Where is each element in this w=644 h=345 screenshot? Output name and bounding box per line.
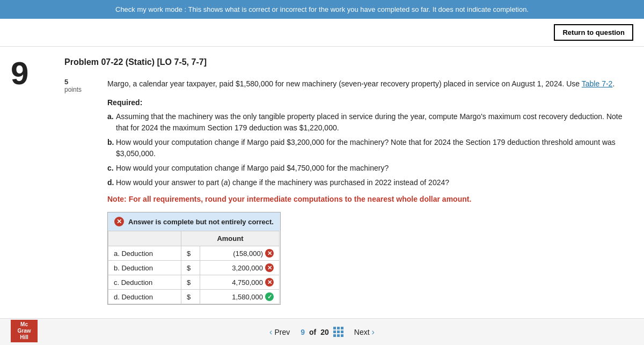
answer-table: Amount a. Deduction$(158,000)✕b. Deducti… [108, 231, 280, 304]
table-row: b. Deduction$3,200,000✕ [108, 261, 280, 275]
points-label: points [64, 86, 107, 93]
note-text: Note: For all requirements, round your i… [107, 195, 633, 203]
requirement-b: b. How would your computation change if … [107, 137, 633, 159]
req-c-text: How would your computation change if Mar… [116, 164, 389, 172]
row-dollar: $ [181, 246, 200, 261]
answer-status-icon: ✕ [114, 217, 124, 226]
row-amount: 3,200,000✕ [200, 261, 279, 275]
logo-line2: Graw [17, 328, 31, 334]
table-row: a. Deduction$(158,000)✕ [108, 246, 280, 261]
main-content: 9 Problem 07-22 (Static) [LO 7-5, 7-7] 5… [0, 47, 644, 324]
requirements-list: a. Assuming that the machinery was the o… [107, 111, 633, 188]
required-label: Required: [107, 98, 633, 107]
question-number-column: 9 [11, 47, 54, 324]
problem-content: Problem 07-22 (Static) [LO 7-5, 7-7] 5 p… [54, 47, 633, 324]
answer-header: ✕ Answer is complete but not entirely co… [108, 212, 280, 231]
next-button[interactable]: Next › [354, 327, 375, 337]
banner-text: Check my work mode : This shows what is … [115, 5, 529, 13]
row-amount: 1,580,000✓ [200, 290, 279, 304]
next-label: Next [354, 328, 370, 336]
answer-box: ✕ Answer is complete but not entirely co… [107, 212, 281, 305]
table-row: d. Deduction$1,580,000✓ [108, 290, 280, 304]
row-amount: 4,750,000✕ [200, 275, 279, 290]
row-amount: (158,000)✕ [200, 246, 279, 261]
logo-line1: Mc [20, 321, 28, 328]
mcgraw-hill-logo: Mc Graw Hill [11, 320, 38, 342]
grid-dot [337, 334, 340, 337]
top-banner: Check my work mode : This shows what is … [0, 0, 644, 19]
req-c-letter: c. [107, 163, 114, 174]
problem-text: Margo, a calendar year taxpayer, paid $1… [107, 78, 633, 90]
row-label: a. Deduction [108, 246, 181, 261]
prev-arrow-icon: ‹ [269, 327, 272, 337]
problem-text-after-link: . [612, 79, 614, 88]
points-row: 5 points Margo, a calendar year taxpayer… [64, 78, 633, 313]
wrong-icon: ✕ [265, 263, 274, 272]
grid-dot [333, 331, 336, 333]
grid-dot [333, 327, 336, 329]
requirement-a: a. Assuming that the machinery was the o… [107, 111, 633, 134]
grid-dot [341, 331, 343, 333]
grid-dot [341, 327, 343, 329]
points-column: 5 points [64, 78, 107, 313]
page-grid-icon[interactable] [333, 327, 343, 337]
req-a-text: Assuming that the machinery was the only… [116, 112, 622, 132]
current-page: 9 [301, 328, 305, 336]
correct-icon: ✓ [265, 292, 274, 301]
problem-title: Problem 07-22 (Static) [LO 7-5, 7-7] [64, 57, 633, 67]
row-label: c. Deduction [108, 275, 181, 290]
row-label: b. Deduction [108, 261, 181, 275]
req-d-letter: d. [107, 177, 114, 188]
answer-status-text: Answer is complete but not entirely corr… [128, 218, 274, 226]
wrong-icon: ✕ [265, 278, 274, 287]
amount-value: 1,580,000 [232, 293, 263, 301]
table-header-blank [108, 231, 181, 246]
table-header-amount: Amount [181, 231, 279, 246]
table-7-2-link[interactable]: Table 7-2 [582, 79, 613, 88]
grid-dot [337, 327, 340, 329]
grid-dot [337, 331, 340, 333]
problem-body: Margo, a calendar year taxpayer, paid $1… [107, 78, 633, 313]
requirement-c: c. How would your computation change if … [107, 163, 633, 174]
req-b-letter: b. [107, 137, 114, 148]
requirement-d: d. How would your answer to part (a) cha… [107, 177, 633, 188]
prev-label: Prev [274, 328, 290, 336]
grid-dot [333, 334, 336, 337]
prev-button[interactable]: ‹ Prev [269, 327, 290, 337]
header-row: Return to question [0, 19, 644, 47]
points-value: 5 [64, 78, 107, 86]
amount-value: (158,000) [233, 249, 263, 258]
of-label: of [309, 328, 316, 336]
question-number: 9 [11, 57, 54, 90]
req-d-text: How would your answer to part (a) change… [116, 178, 449, 187]
problem-text-before-link: Margo, a calendar year taxpayer, paid $1… [107, 79, 580, 88]
total-pages: 20 [320, 328, 329, 336]
return-to-question-button[interactable]: Return to question [554, 24, 633, 41]
req-b-text: How would your computation change if Mar… [116, 138, 616, 158]
row-dollar: $ [181, 275, 200, 290]
wrong-icon: ✕ [265, 249, 274, 258]
row-label: d. Deduction [108, 290, 181, 304]
row-dollar: $ [181, 290, 200, 304]
row-dollar: $ [181, 261, 200, 275]
table-row: c. Deduction$4,750,000✕ [108, 275, 280, 290]
grid-dot [341, 334, 343, 337]
footer: Mc Graw Hill ‹ Prev 9 of 20 Next › [0, 318, 644, 345]
next-arrow-icon: › [372, 327, 375, 337]
req-a-letter: a. [107, 111, 114, 122]
page-info: 9 of 20 [301, 327, 343, 337]
amount-value: 3,200,000 [232, 264, 263, 272]
logo-line3: Hill [20, 334, 28, 341]
amount-value: 4,750,000 [232, 278, 263, 287]
